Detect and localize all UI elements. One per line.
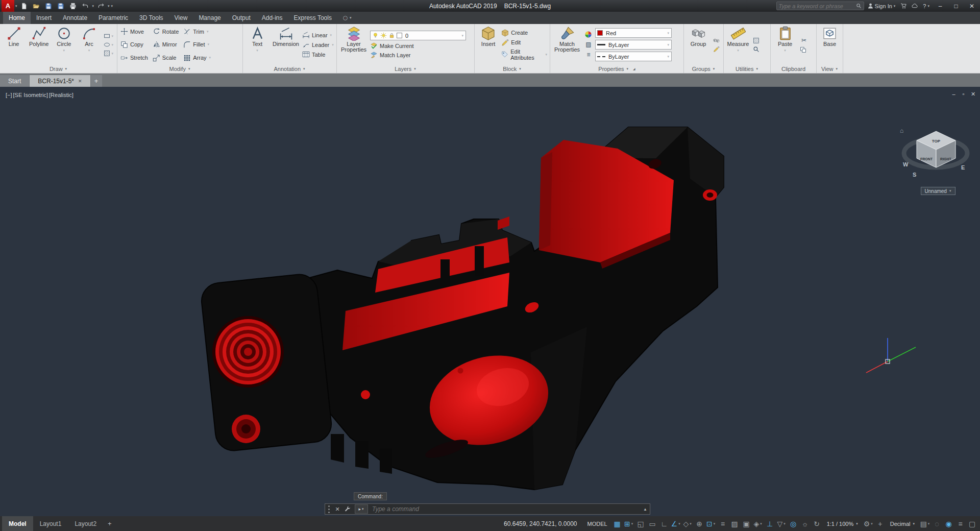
panel-title-layers[interactable]: Layers▾ [337, 64, 474, 73]
rotate-button[interactable]: Rotate [153, 25, 179, 38]
copy-button[interactable]: Copy [120, 38, 148, 52]
polar-tracking-toggle[interactable]: ∠▾ [670, 516, 682, 531]
compass-west-label[interactable]: W [903, 161, 909, 167]
save-button[interactable] [43, 1, 55, 11]
graphics-performance-button[interactable]: ◉ [943, 516, 954, 531]
command-history-toggle[interactable]: ▴ [641, 506, 650, 512]
tab-view[interactable]: View [169, 12, 193, 24]
compass-east-label[interactable]: E [961, 164, 965, 171]
copy-clip-button[interactable] [800, 46, 808, 53]
help-button[interactable]: ? ▾ [921, 1, 932, 11]
viewcube-right-label[interactable]: RIGHT [940, 157, 952, 161]
table-button[interactable]: Table [302, 51, 334, 58]
coordinates-display[interactable]: 60.6459, 240.7421, 0.0000 [498, 520, 583, 527]
line-button[interactable]: Line [2, 25, 26, 64]
viewport-close-icon[interactable]: ✕ [969, 91, 977, 98]
search-input[interactable] [779, 3, 854, 9]
layer-color-swatch[interactable] [397, 33, 402, 38]
circle-button[interactable]: Circle▾ [52, 25, 76, 64]
layer-on-bulb-icon[interactable] [372, 32, 379, 39]
tab-annotate[interactable]: Annotate [57, 12, 93, 24]
base-view-button[interactable]: Base [819, 25, 841, 64]
properties-dialog-launcher-icon[interactable]: ◢ [633, 67, 635, 70]
mirror-button[interactable]: Mirror [153, 38, 179, 52]
panel-title-annotation[interactable]: Annotation▾ [243, 64, 336, 73]
dimension-button[interactable]: Dimension [271, 25, 301, 64]
layer-lock-icon[interactable] [388, 32, 395, 39]
tab-output[interactable]: Output [227, 12, 256, 24]
redo-button[interactable] [95, 1, 107, 11]
hatch-tool-button[interactable]: ▾ [104, 50, 114, 57]
viewcube-home-icon[interactable]: ⌂ [900, 127, 903, 134]
stretch-button[interactable]: Stretch [120, 51, 148, 64]
panel-title-modify[interactable]: Modify▾ [117, 64, 242, 73]
object-snap-tracking-toggle[interactable]: ⊕ [694, 516, 705, 531]
annotation-visibility-toggle[interactable]: ☼ [799, 516, 811, 531]
customization-button[interactable]: ≡ [954, 516, 966, 531]
group-button[interactable]: Group [686, 25, 710, 64]
trim-button[interactable]: Trim▾ [183, 25, 211, 38]
viewcube-front-label[interactable]: FRONT [920, 157, 933, 161]
object-color-dropdown[interactable]: Red ▾ [595, 28, 672, 38]
paste-button[interactable]: Paste▾ [773, 25, 797, 64]
edit-block-button[interactable]: Edit [501, 39, 548, 46]
gizmo-toggle[interactable]: ◎ [788, 516, 799, 531]
model-space[interactable] [0, 87, 980, 516]
viewcube[interactable]: W S E ⌂ TOP FRONT RIGHT [896, 124, 980, 185]
array-button[interactable]: Array▾ [183, 51, 211, 64]
model-space-button[interactable]: MODEL [583, 516, 611, 531]
layout2-tab[interactable]: Layout2 [68, 516, 103, 531]
annotation-scale-button[interactable]: 1:1 / 100%▾ [823, 516, 863, 531]
command-line-close-button[interactable]: ✕ [332, 503, 342, 515]
panel-title-draw[interactable]: Draw▾ [0, 64, 117, 73]
create-block-button[interactable]: Create [501, 29, 548, 37]
named-view-dropdown[interactable]: Unnamed ▾ [921, 187, 955, 195]
undo-button[interactable] [80, 1, 91, 11]
new-file-button[interactable] [18, 1, 30, 11]
viewport-minimize-icon[interactable]: – [950, 91, 958, 98]
save-as-button[interactable] [55, 1, 67, 11]
search-icon[interactable] [856, 3, 862, 9]
maximize-button[interactable]: □ [949, 0, 963, 12]
edit-attributes-button[interactable]: Edit Attributes▾ [501, 49, 548, 61]
viewport-menu-button[interactable]: [−] [5, 92, 13, 98]
file-tab-document[interactable]: BCR-15v1-5* ✕ [30, 75, 90, 87]
layer-dropdown[interactable]: 0 ▾ [370, 31, 466, 40]
recent-commands-button[interactable]: ▸ ▾ [355, 504, 368, 514]
arc-button[interactable]: Arc▾ [77, 25, 101, 64]
scale-button[interactable]: Scale [153, 51, 179, 64]
id-point-button[interactable] [753, 46, 760, 53]
visual-style-button[interactable]: [Realistic] [48, 92, 74, 98]
model-tab[interactable]: Model [2, 516, 33, 531]
layout1-tab[interactable]: Layout1 [33, 516, 68, 531]
cut-button[interactable]: ✂ [800, 36, 808, 44]
polyline-button[interactable]: Polyline [27, 25, 51, 64]
color-wheel-icon[interactable] [584, 31, 592, 38]
selection-cycling-toggle[interactable]: ▣ [741, 516, 752, 531]
transparency-tool-icon[interactable]: ▨ [584, 40, 593, 49]
ribbon-display-toggle[interactable]: ▾ [342, 12, 352, 24]
panel-title-groups[interactable]: Groups▾ [684, 64, 723, 73]
ungroup-button[interactable] [713, 37, 720, 44]
object-snap-3d-toggle[interactable]: ◈▾ [752, 516, 764, 531]
tab-parametric[interactable]: Parametric [93, 12, 134, 24]
close-button[interactable]: ✕ [965, 0, 979, 12]
qat-customize-dropdown-icon[interactable]: ▾ [111, 4, 114, 8]
insert-block-button[interactable]: Insert [477, 25, 500, 64]
dynamic-ucs-toggle[interactable]: ⊥ [764, 516, 776, 531]
sign-in-button[interactable]: Sign In ▾ [866, 1, 898, 11]
open-file-button[interactable] [31, 1, 42, 11]
file-tab-start[interactable]: Start [0, 75, 29, 87]
command-input[interactable] [368, 505, 641, 513]
viewport-restore-icon[interactable]: ▫ [960, 91, 967, 98]
measure-button[interactable]: Measure▾ [726, 25, 750, 64]
match-properties-button[interactable]: Match Properties [552, 25, 582, 64]
panel-title-block[interactable]: Block▾ [475, 64, 550, 73]
new-layout-button[interactable]: + [103, 520, 116, 527]
undo-dropdown-icon[interactable]: ▾ [92, 4, 95, 8]
match-layer-button[interactable]: Match Layer [370, 51, 466, 59]
plot-button[interactable] [67, 1, 79, 11]
object-snap-toggle[interactable]: ⊡▾ [705, 516, 717, 531]
lineweight-dropdown[interactable]: ByLayer ▾ [595, 40, 672, 50]
layer-properties-button[interactable]: Layer Properties [339, 25, 369, 64]
